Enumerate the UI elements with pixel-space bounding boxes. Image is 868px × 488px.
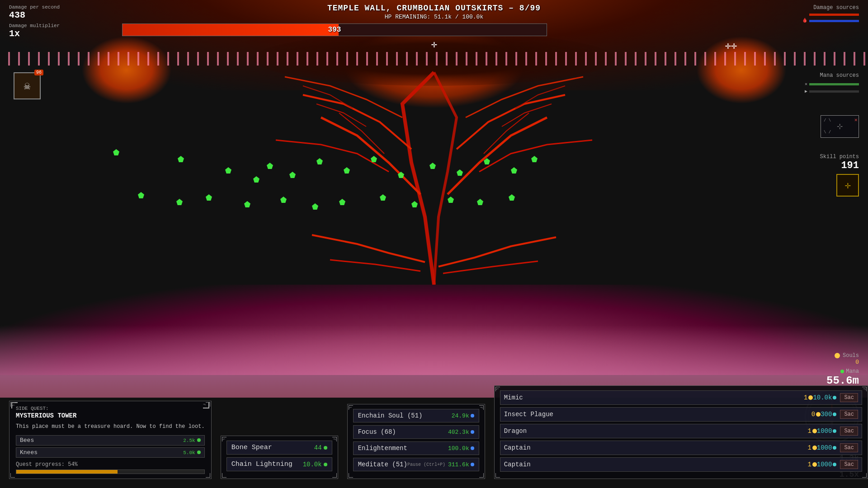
dmg-mult-value: 1x bbox=[9, 28, 60, 39]
skill-icon[interactable]: ✛ bbox=[836, 174, 859, 197]
mana-sources-panel: Mana sources ✕ ▶ bbox=[805, 72, 859, 94]
souls-label: Souls bbox=[843, 352, 859, 359]
damage-sources-label: Damage sources bbox=[802, 5, 859, 11]
enemy-souls: 1 bbox=[807, 461, 816, 468]
enemy-gold: 1000 bbox=[817, 461, 837, 468]
sac-button-dragon[interactable]: Sac bbox=[840, 427, 858, 436]
sac-button-captain-1[interactable]: Sac bbox=[840, 443, 858, 452]
enemy-row-captain-1: Captain 1 1000 Sac bbox=[500, 441, 862, 455]
quest-item-value: 2.5k bbox=[183, 438, 200, 443]
target-close-icon[interactable]: ✕ bbox=[854, 117, 858, 123]
crosshair-icon: ✛ bbox=[429, 40, 439, 51]
active-spell-name: Meditate (51) bbox=[358, 461, 407, 468]
souls-count: 0 bbox=[805, 359, 859, 366]
blood-tree-effect bbox=[231, 36, 637, 285]
mana-display: Mana 55.6m bbox=[805, 368, 859, 387]
enemy-name: Captain bbox=[504, 461, 808, 468]
enemy-souls: 0 bbox=[811, 411, 821, 418]
active-spell-name: Focus (68) bbox=[358, 428, 396, 436]
spell-hint: Pause (Ctrl+P) bbox=[407, 462, 445, 467]
boss-hp-label: HP REMAINING: 51.1k / 100.0k bbox=[327, 14, 541, 20]
enemy-souls: 1 bbox=[804, 394, 813, 401]
quest-item-name: Bees bbox=[20, 437, 34, 444]
quest-progress-label: Quest progress: 54% bbox=[16, 461, 205, 468]
player-icon: ☠ 96 bbox=[14, 72, 41, 99]
quest-progress-bar bbox=[16, 469, 205, 474]
boss-name: TEMPLE WALL, CRUMBOLIAN OUTSKIRTS – 8/99 bbox=[327, 4, 541, 13]
fire-effect-left bbox=[81, 36, 172, 104]
top-left-stats: Damage per second 438 Damage multiplier … bbox=[9, 5, 60, 42]
hp-bar-fill bbox=[123, 24, 339, 36]
spell-bone-spear[interactable]: Bone Spear 44 bbox=[226, 441, 332, 455]
enemy-name: Insect Plague bbox=[504, 411, 811, 418]
side-quest-panel: SIDE QUEST: MYSTERIOUS TOWER This place … bbox=[9, 401, 212, 479]
enemy-row-insect-plague: Insect Plague 0 300 Sac bbox=[500, 407, 862, 422]
enemy-name: Mimic bbox=[504, 394, 804, 401]
damage-bar-blue bbox=[809, 20, 859, 22]
spell-name: Chain Lightning bbox=[231, 460, 292, 468]
enemy-row-captain-2: Captain 1 1000 Sac bbox=[500, 457, 862, 472]
enemy-sprite bbox=[178, 156, 184, 162]
enemy-souls: 1 bbox=[807, 427, 816, 435]
skill-points-value: 191 bbox=[820, 160, 859, 171]
skill-points-panel: Skill points 191 ✛ bbox=[820, 154, 859, 197]
enemy-gold: 10.0k bbox=[813, 394, 836, 401]
dps-value: 438 bbox=[9, 10, 60, 20]
quest-item-bees: Bees 2.5k bbox=[16, 435, 205, 446]
fire-effect-right bbox=[696, 36, 787, 104]
quest-progress-fill bbox=[16, 470, 118, 474]
bottom-ui: SIDE QUEST: MYSTERIOUS TOWER This place … bbox=[0, 385, 868, 488]
souls-orb-icon bbox=[835, 353, 840, 358]
dmg-mult-label: Damage multiplier bbox=[9, 23, 60, 28]
boss-info: TEMPLE WALL, CRUMBOLIAN OUTSKIRTS – 8/99… bbox=[327, 4, 541, 20]
active-spell-name: Enlightenment bbox=[358, 445, 407, 452]
mana-orb-icon bbox=[840, 370, 844, 373]
enemy-sprite bbox=[113, 149, 119, 155]
active-spell-cost: 311.6k bbox=[448, 461, 474, 468]
enemy-gold: 300 bbox=[821, 411, 836, 418]
active-spell-enlightenment[interactable]: Enlightenment 100.0k bbox=[353, 441, 479, 455]
quest-item-name: Knees bbox=[20, 449, 38, 456]
side-quest-title: SIDE QUEST: bbox=[16, 406, 205, 411]
enemies-list-panel: Mimic 1 10.0k Sac Insect Plague 0 300 Sa… bbox=[494, 385, 868, 479]
sac-button-captain-2[interactable]: Sac bbox=[840, 460, 858, 469]
spells-panel: Bone Spear 44 Chain Lightning 10.0k bbox=[221, 436, 338, 479]
active-spell-meditate[interactable]: Meditate (51) Pause (Ctrl+P) 311.6k bbox=[353, 458, 479, 471]
skill-points-label: Skill points bbox=[820, 154, 859, 160]
active-spells-panel: Enchain Soul (51) 24.9k Focus (68) 402.3… bbox=[347, 404, 485, 479]
enemy-name: Captain bbox=[504, 444, 808, 451]
mana-sources-label: Mana sources bbox=[805, 72, 859, 79]
sac-button-insect-plague[interactable]: Sac bbox=[840, 410, 858, 419]
active-spell-cost: 24.9k bbox=[452, 413, 474, 419]
mana-label: Mana bbox=[805, 368, 859, 375]
active-spell-cost: 100.0k bbox=[448, 445, 474, 452]
active-spell-name: Enchain Soul (51) bbox=[358, 412, 423, 419]
souls-display: Souls 0 bbox=[805, 352, 859, 366]
spell-cost: 44 bbox=[314, 444, 327, 451]
enemy-gold: 1000 bbox=[817, 427, 837, 435]
enemy-row-mimic: Mimic 1 10.0k Sac bbox=[500, 390, 862, 405]
quest-item-knees: Knees 5.0k bbox=[16, 447, 205, 458]
hp-bar-text: 393 bbox=[328, 26, 341, 34]
mana-value: 55.6m bbox=[805, 375, 859, 387]
damage-bar-red bbox=[809, 14, 859, 16]
spell-name: Bone Spear bbox=[231, 444, 272, 451]
player-level-badge: 96 bbox=[34, 70, 43, 75]
active-spell-focus[interactable]: Focus (68) 402.3k bbox=[353, 425, 479, 439]
sac-button-mimic[interactable]: Sac bbox=[840, 393, 858, 402]
enemy-sprite bbox=[206, 194, 212, 201]
enemy-gold: 1000 bbox=[817, 444, 837, 451]
enemy-sprite bbox=[138, 192, 144, 198]
quest-item-value: 5.0k bbox=[183, 450, 200, 455]
active-spell-enchain[interactable]: Enchain Soul (51) 24.9k bbox=[353, 409, 479, 422]
hp-bar-container: 393 bbox=[122, 23, 547, 36]
heal-icon: ✛✛ bbox=[725, 40, 737, 52]
enemy-souls: 1 bbox=[807, 444, 816, 451]
dps-label: Damage per second bbox=[9, 5, 60, 10]
enemy-row-dragon: Dragon 1 1000 Sac bbox=[500, 424, 862, 438]
spell-chain-lightning[interactable]: Chain Lightning 10.0k bbox=[226, 457, 332, 471]
enemy-name: Dragon bbox=[504, 427, 808, 435]
enemy-sprite bbox=[176, 199, 183, 205]
active-spell-cost: 402.3k bbox=[448, 429, 474, 436]
target-frame: ⊹ / \ \ / ✕ bbox=[821, 115, 859, 138]
